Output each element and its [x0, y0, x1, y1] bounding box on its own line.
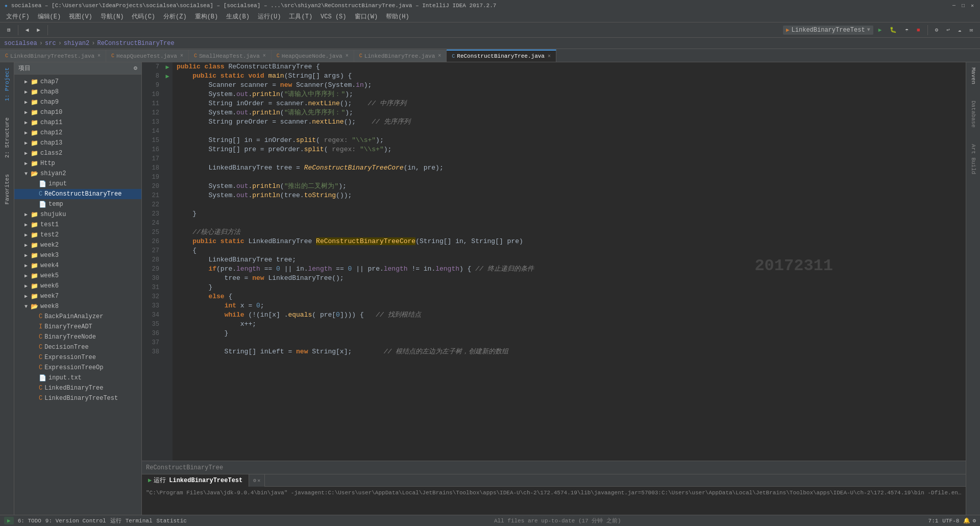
console-close-icon[interactable]: ✕ [257, 477, 260, 484]
tree-item-shujuku[interactable]: ▶ 📁 shujuku [14, 209, 141, 220]
tab-close-icon[interactable]: × [438, 53, 441, 59]
toolbar-btn-5[interactable]: ↩ [943, 26, 953, 34]
tree-item-chap12[interactable]: ▶ 📁 chap12 [14, 128, 141, 138]
tree-item-input[interactable]: 📄 input [14, 179, 141, 189]
toolbar-btn-6[interactable]: ☁ [955, 26, 965, 34]
project-tree[interactable]: ▶ 📁 chap7 ▶ 📁 chap8 ▶ 📁 chap9 ▶ 📁 chap1 [14, 75, 141, 515]
tree-item-week5[interactable]: ▶ 📁 week5 [14, 271, 141, 281]
status-todo[interactable]: 6: TODO [18, 518, 41, 524]
close-button[interactable]: ✕ [969, 2, 976, 9]
run-button[interactable]: ▶ [875, 26, 885, 34]
tree-item-LinkedBinaryTree[interactable]: C LinkedBinaryTree [14, 383, 141, 393]
tab-close-icon[interactable]: × [263, 53, 266, 59]
sidebar-database-btn[interactable]: Database [968, 98, 978, 131]
menu-code[interactable]: 代码(C) [128, 11, 159, 22]
tree-item-temp[interactable]: 📄 temp [14, 199, 141, 209]
tree-item-week3[interactable]: ▶ 📁 week3 [14, 250, 141, 260]
bottom-console-controls[interactable]: ⚙ ✕ [249, 474, 265, 487]
tree-item-class2[interactable]: ▶ 📁 class2 [14, 148, 141, 158]
coverage-button[interactable]: ☂ [902, 26, 912, 34]
menu-analyze[interactable]: 分析(Z) [159, 11, 191, 22]
tree-item-week8[interactable]: ▼ 📂 week8 [14, 301, 141, 312]
tree-item-shiyan2[interactable]: ▼ 📂 shiyan2 [14, 169, 141, 179]
tree-item-chap8[interactable]: ▶ 📁 chap8 [14, 87, 141, 97]
tree-item-week2[interactable]: ▶ 📁 week2 [14, 240, 141, 250]
tree-item-ExpressionTree[interactable]: C ExpressionTree [14, 352, 141, 363]
status-version-control[interactable]: 9: Version Control [45, 518, 106, 524]
status-icons-right[interactable]: 🔔 ⚙ [963, 517, 976, 524]
tree-item-chap11[interactable]: ▶ 📁 chap11 [14, 117, 141, 128]
sidebar-favorites-btn[interactable]: Favorites [2, 171, 12, 207]
status-run-label[interactable]: 运行 [110, 517, 121, 524]
status-terminal[interactable]: Terminal [126, 518, 153, 524]
tab-SmallHeapTest[interactable]: C SmallHeapTest.java × [189, 50, 272, 62]
title-bar-controls[interactable]: ─ □ ✕ [950, 2, 976, 9]
tree-item-BinaryTreeADT[interactable]: I BinaryTreeADT [14, 322, 141, 332]
tree-item-week6[interactable]: ▶ 📁 week6 [14, 281, 141, 291]
code-content[interactable]: public class ReConstructBinaryTree { pub… [173, 62, 966, 461]
run-config-selector[interactable]: ▶ LinkedBinaryTreeTest ▼ [783, 26, 873, 35]
breadcrumb-socialsea[interactable]: socialsea [4, 40, 37, 47]
bottom-tab-run[interactable]: ▶ 运行 LinkedBinaryTreeTest [142, 474, 249, 487]
sidebar-maven-btn[interactable]: Maven [968, 64, 978, 87]
tab-HeapQueueTest[interactable]: C HeapQueueTest.java × [106, 50, 189, 62]
tree-item-chap9[interactable]: ▶ 📁 chap9 [14, 97, 141, 107]
menu-view[interactable]: 视图(V) [65, 11, 96, 22]
toolbar-forward-button[interactable]: ▶ [34, 26, 43, 34]
minimize-button[interactable]: ─ [950, 2, 958, 9]
stop-button[interactable]: ■ [914, 26, 923, 34]
toolbar-back-button[interactable]: ◀ [22, 26, 32, 34]
menu-build[interactable]: 生成(B) [222, 11, 254, 22]
tree-item-test2[interactable]: ▶ 📁 test2 [14, 230, 141, 240]
tree-item-LinkedBinaryTreeTest[interactable]: C LinkedBinaryTreeTest [14, 393, 141, 403]
toolbar-btn-7[interactable]: ✉ [966, 26, 976, 34]
breadcrumb-file[interactable]: ReConstructBinaryTree [97, 40, 174, 47]
toolbar-btn-4[interactable]: ⚙ [932, 26, 942, 34]
tab-HeapQueueNode[interactable]: C HeapQueueNode.java × [272, 50, 354, 62]
tab-LinkedBinaryTreeTest[interactable]: C LinkedBinaryTreeTest.java × [0, 50, 106, 62]
menu-tools[interactable]: 工具(T) [285, 11, 316, 22]
tree-item-BackPainAnalyzer[interactable]: C BackPainAnalyzer [14, 312, 141, 322]
debug-button[interactable]: 🐛 [887, 26, 900, 34]
tab-close-active-icon[interactable]: × [548, 54, 551, 59]
toolbar-project-icon[interactable]: ⊞ [4, 26, 14, 34]
menu-help[interactable]: 帮助(H) [382, 11, 413, 22]
status-encoding[interactable]: UTF-8 [942, 518, 959, 524]
breadcrumb-shiyan2[interactable]: shiyan2 [64, 40, 89, 47]
sidebar-structure-btn[interactable]: 2: Structure [2, 114, 12, 161]
tree-item-input-txt[interactable]: 📄 input.txt [14, 373, 141, 383]
tab-close-icon[interactable]: × [346, 53, 349, 59]
menu-file[interactable]: 文件(F) [2, 11, 34, 22]
sidebar-project-btn[interactable]: 1: Project [2, 64, 12, 104]
sidebar-artbuild-btn[interactable]: Art Build [968, 141, 978, 177]
tree-item-ReConstructBinaryTree[interactable]: C ReConstructBinaryTree [14, 189, 141, 199]
menu-run[interactable]: 运行(U) [254, 11, 285, 22]
breadcrumb-src[interactable]: src [45, 40, 56, 47]
menu-navigate[interactable]: 导航(N) [96, 11, 128, 22]
tree-item-week7[interactable]: ▶ 📁 week7 [14, 291, 141, 301]
tree-item-chap7[interactable]: ▶ 📁 chap7 [14, 77, 141, 87]
maximize-button[interactable]: □ [960, 2, 967, 9]
tree-item-week4[interactable]: ▶ 📁 week4 [14, 260, 141, 271]
menu-edit[interactable]: 编辑(E) [34, 11, 65, 22]
status-run-btn[interactable]: ▶ [4, 517, 14, 524]
tree-item-test1[interactable]: ▶ 📁 test1 [14, 220, 141, 230]
tree-item-Http[interactable]: ▶ 📁 Http [14, 158, 141, 169]
tree-item-chap10[interactable]: ▶ 📁 chap10 [14, 107, 141, 117]
tab-close-icon[interactable]: × [180, 53, 183, 59]
menu-vcs[interactable]: VCS (S) [316, 11, 350, 22]
tab-LinkedBinaryTree[interactable]: C LinkedBinaryTree.java × [354, 50, 447, 62]
code-editor[interactable]: 7891011 1213141516 1718192021 2223242526… [142, 62, 966, 474]
tab-ReConstructBinaryTree[interactable]: C ReConstructBinaryTree.java × [447, 50, 556, 62]
tab-close-icon[interactable]: × [97, 53, 101, 59]
tree-item-BinaryTreeNode[interactable]: C BinaryTreeNode [14, 332, 141, 342]
tree-item-ExpressionTreeOp[interactable]: C ExpressionTreeOp [14, 363, 141, 373]
tree-item-chap13[interactable]: ▶ 📁 chap13 [14, 138, 141, 148]
tree-item-DecisionTree[interactable]: C DecisionTree [14, 342, 141, 352]
project-panel-gear-icon[interactable]: ⚙ [134, 64, 137, 72]
menu-refactor[interactable]: 重构(B) [191, 11, 223, 22]
status-position[interactable]: 7:1 [928, 518, 939, 524]
code-area[interactable]: 7891011 1213141516 1718192021 2223242526… [142, 62, 966, 461]
menu-window[interactable]: 窗口(W) [351, 11, 382, 22]
status-statistic[interactable]: Statistic [156, 518, 186, 524]
